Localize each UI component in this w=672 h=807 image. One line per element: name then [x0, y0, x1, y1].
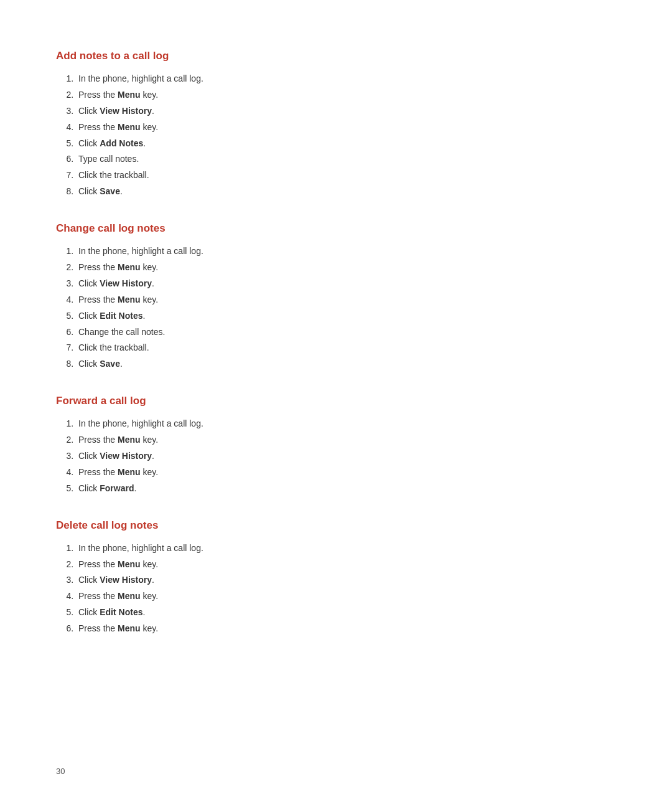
step-item: Press the Menu key.: [76, 621, 616, 637]
section-change-notes: Change call log notesIn the phone, highl…: [56, 222, 616, 372]
bold-text: Menu: [118, 467, 141, 477]
bold-text: View History: [100, 451, 152, 461]
step-item: Press the Menu key.: [76, 120, 616, 136]
step-item: Press the Menu key.: [76, 292, 616, 308]
bold-text: Edit Notes: [100, 607, 142, 617]
section-add-notes: Add notes to a call logIn the phone, hig…: [56, 50, 616, 200]
step-item: Press the Menu key.: [76, 557, 616, 573]
steps-list-add-notes: In the phone, highlight a call log.Press…: [76, 71, 616, 200]
bold-text: Add Notes: [100, 138, 143, 148]
step-item: In the phone, highlight a call log.: [76, 540, 616, 557]
bold-text: Menu: [118, 591, 141, 601]
step-item: Click the trackball.: [76, 168, 616, 184]
step-item: Press the Menu key.: [76, 465, 616, 481]
section-title-forward-call: Forward a call log: [56, 395, 616, 407]
step-item: Click Edit Notes.: [76, 308, 616, 324]
step-item: Click Forward.: [76, 481, 616, 497]
step-item: Click Save.: [76, 356, 616, 372]
step-item: Press the Menu key.: [76, 87, 616, 103]
step-item: Press the Menu key.: [76, 588, 616, 605]
step-item: Press the Menu key.: [76, 260, 616, 276]
bold-text: Edit Notes: [100, 311, 142, 321]
bold-text: Save: [100, 359, 120, 369]
bold-text: Menu: [118, 435, 141, 445]
step-item: Change the call notes.: [76, 324, 616, 341]
step-item: Click View History.: [76, 448, 616, 465]
step-item: Click View History.: [76, 103, 616, 120]
step-item: Click View History.: [76, 276, 616, 292]
step-item: In the phone, highlight a call log.: [76, 416, 616, 432]
bold-text: Menu: [118, 295, 141, 304]
step-item: In the phone, highlight a call log.: [76, 243, 616, 260]
bold-text: View History: [100, 106, 152, 116]
section-forward-call: Forward a call logIn the phone, highligh…: [56, 395, 616, 496]
bold-text: Menu: [118, 262, 141, 272]
step-item: Click Add Notes.: [76, 136, 616, 152]
step-item: Click Edit Notes.: [76, 605, 616, 621]
step-item: In the phone, highlight a call log.: [76, 71, 616, 87]
page-number: 30: [56, 767, 65, 776]
bold-text: Menu: [118, 122, 141, 132]
step-item: Click Save.: [76, 184, 616, 200]
step-item: Press the Menu key.: [76, 432, 616, 448]
bold-text: Menu: [118, 623, 141, 633]
bold-text: View History: [100, 575, 152, 585]
bold-text: Menu: [118, 90, 141, 100]
bold-text: Forward: [100, 483, 134, 493]
bold-text: View History: [100, 278, 152, 288]
section-title-add-notes: Add notes to a call log: [56, 50, 616, 62]
step-item: Click View History.: [76, 572, 616, 588]
bold-text: Save: [100, 186, 120, 196]
bold-text: Menu: [118, 559, 141, 569]
section-delete-notes: Delete call log notesIn the phone, highl…: [56, 519, 616, 637]
steps-list-change-notes: In the phone, highlight a call log.Press…: [76, 243, 616, 372]
section-title-delete-notes: Delete call log notes: [56, 519, 616, 532]
steps-list-delete-notes: In the phone, highlight a call log.Press…: [76, 540, 616, 637]
step-item: Click the trackball.: [76, 340, 616, 356]
step-item: Type call notes.: [76, 151, 616, 168]
section-title-change-notes: Change call log notes: [56, 222, 616, 235]
steps-list-forward-call: In the phone, highlight a call log.Press…: [76, 416, 616, 496]
